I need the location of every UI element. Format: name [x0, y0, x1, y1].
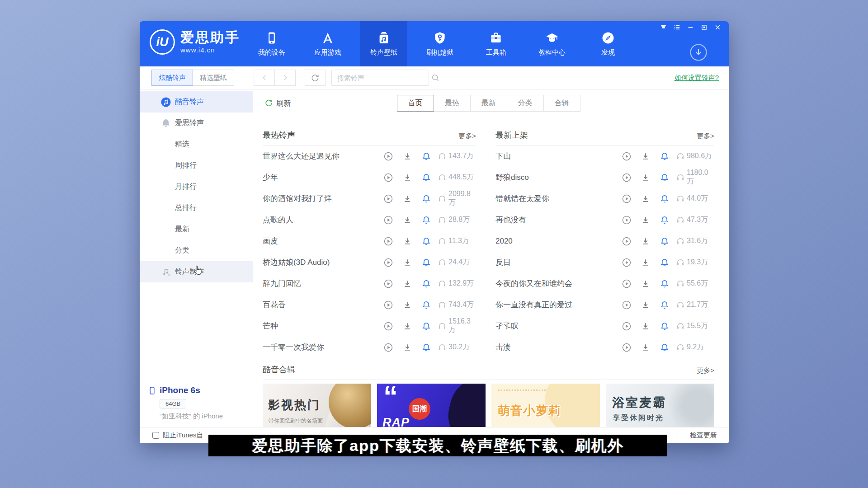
download-icon[interactable]: [402, 321, 412, 331]
sidebar-item-1[interactable]: 爱思铃声: [140, 113, 253, 134]
album-cover-0[interactable]: 影视热门带你回忆剧中的名场面: [263, 384, 371, 427]
download-icon[interactable]: [641, 151, 651, 161]
download-icon[interactable]: [641, 236, 651, 246]
download-icon[interactable]: [641, 173, 651, 183]
sidebar-item-6[interactable]: 最新: [140, 219, 253, 240]
download-icon[interactable]: [402, 258, 412, 267]
ringtone-title[interactable]: 辞九门回忆: [263, 278, 383, 289]
ringtone-title[interactable]: 画皮: [263, 236, 383, 246]
set-ringtone-icon[interactable]: [421, 279, 431, 289]
ringtone-title[interactable]: 百花香: [263, 300, 383, 310]
set-ringtone-icon[interactable]: [421, 343, 431, 352]
ringtone-title[interactable]: 2020: [495, 237, 622, 246]
ringtone-title[interactable]: 孑孓叹: [495, 321, 622, 331]
nav-item-apps[interactable]: 应用游戏: [304, 21, 351, 66]
category-tab-2[interactable]: 最新: [470, 95, 507, 112]
set-ringtone-icon[interactable]: [660, 151, 670, 161]
download-manager-button[interactable]: [689, 43, 708, 62]
ringtone-title[interactable]: 桥边姑娘(3D Audio): [263, 257, 383, 267]
play-icon[interactable]: [383, 321, 393, 331]
set-ringtone-icon[interactable]: [421, 215, 431, 225]
menu-button[interactable]: [673, 23, 681, 31]
sidebar-item-7[interactable]: 分类: [140, 240, 253, 261]
set-ringtone-icon[interactable]: [660, 236, 670, 246]
view-tab-wallpapers[interactable]: 精选壁纸: [193, 70, 234, 86]
download-icon[interactable]: [402, 194, 412, 204]
download-icon[interactable]: [402, 300, 412, 310]
play-icon[interactable]: [383, 258, 393, 267]
play-icon[interactable]: [622, 321, 632, 331]
theme-button[interactable]: [660, 23, 667, 31]
category-tab-0[interactable]: 首页: [397, 95, 434, 112]
play-icon[interactable]: [622, 236, 632, 246]
ringtone-help-link[interactable]: 如何设置铃声?: [675, 74, 719, 82]
download-icon[interactable]: [641, 258, 651, 267]
refresh-button[interactable]: 刷新: [264, 99, 291, 109]
download-icon[interactable]: [641, 343, 651, 352]
sidebar-item-0[interactable]: 酷音铃声: [140, 91, 253, 113]
ringtone-title[interactable]: 点歌的人: [263, 215, 383, 225]
play-icon[interactable]: [622, 151, 632, 161]
play-icon[interactable]: [622, 215, 632, 225]
set-ringtone-icon[interactable]: [421, 258, 431, 267]
album-cover-3[interactable]: 浴室麦霸享受休闲时光: [606, 384, 714, 427]
close-button[interactable]: [714, 23, 722, 31]
set-ringtone-icon[interactable]: [421, 173, 431, 183]
block-itunes-option[interactable]: 阻止iTunes自: [152, 431, 203, 440]
back-button[interactable]: [254, 70, 275, 86]
maximize-button[interactable]: [700, 23, 708, 31]
search-input[interactable]: [332, 74, 431, 82]
sidebar-item-8[interactable]: 铃声制作: [140, 261, 253, 282]
download-icon[interactable]: [402, 151, 412, 161]
play-icon[interactable]: [383, 151, 393, 161]
play-icon[interactable]: [383, 279, 393, 289]
play-icon[interactable]: [622, 194, 632, 204]
set-ringtone-icon[interactable]: [421, 321, 431, 331]
category-tab-3[interactable]: 分类: [507, 95, 544, 112]
set-ringtone-icon[interactable]: [421, 194, 431, 204]
nav-item-jailbreak[interactable]: 刷机越狱: [416, 21, 463, 66]
download-icon[interactable]: [641, 194, 651, 204]
more-albums-link[interactable]: 更多>: [697, 366, 714, 375]
play-icon[interactable]: [622, 258, 632, 267]
set-ringtone-icon[interactable]: [421, 151, 431, 161]
nav-item-ringtone[interactable]: 铃声壁纸: [360, 21, 407, 66]
ringtone-title[interactable]: 反目: [495, 257, 622, 267]
play-icon[interactable]: [622, 300, 632, 310]
more-link[interactable]: 更多>: [458, 132, 476, 141]
ringtone-title[interactable]: 芒种: [263, 321, 383, 331]
play-icon[interactable]: [622, 279, 632, 289]
download-icon[interactable]: [641, 215, 651, 225]
nav-item-tutorial[interactable]: 教程中心: [528, 21, 576, 66]
ringtone-title[interactable]: 再也没有: [495, 215, 622, 225]
forward-button[interactable]: [274, 70, 296, 86]
play-icon[interactable]: [383, 300, 393, 310]
download-icon[interactable]: [402, 279, 412, 289]
play-icon[interactable]: [622, 173, 632, 183]
set-ringtone-icon[interactable]: [660, 194, 670, 204]
block-itunes-checkbox[interactable]: [152, 432, 159, 439]
play-icon[interactable]: [383, 194, 393, 204]
sidebar-item-4[interactable]: 月排行: [140, 176, 253, 197]
download-icon[interactable]: [641, 321, 651, 331]
set-ringtone-icon[interactable]: [660, 300, 670, 310]
ringtone-title[interactable]: 错就错在太爱你: [495, 193, 622, 204]
download-icon[interactable]: [402, 343, 412, 352]
download-icon[interactable]: [402, 236, 412, 246]
sidebar-item-2[interactable]: 精选: [140, 134, 253, 155]
nav-item-device[interactable]: 我的设备: [248, 21, 295, 66]
set-ringtone-icon[interactable]: [660, 173, 670, 183]
download-icon[interactable]: [402, 215, 412, 225]
play-icon[interactable]: [622, 343, 632, 352]
sidebar-item-5[interactable]: 总排行: [140, 197, 253, 219]
search-icon[interactable]: [431, 73, 440, 82]
set-ringtone-icon[interactable]: [421, 300, 431, 310]
ringtone-title[interactable]: 击溃: [495, 342, 622, 352]
ringtone-title[interactable]: 你的酒馆对我打了烊: [263, 193, 383, 204]
play-icon[interactable]: [383, 215, 393, 225]
set-ringtone-icon[interactable]: [660, 321, 670, 331]
download-icon[interactable]: [402, 173, 412, 183]
ringtone-title[interactable]: 今夜的你又在和谁约会: [495, 278, 622, 289]
album-cover-1[interactable]: RAP国潮: [377, 384, 486, 427]
brand-logo[interactable]: iU 爱思助手 www.i4.cn: [150, 29, 240, 55]
